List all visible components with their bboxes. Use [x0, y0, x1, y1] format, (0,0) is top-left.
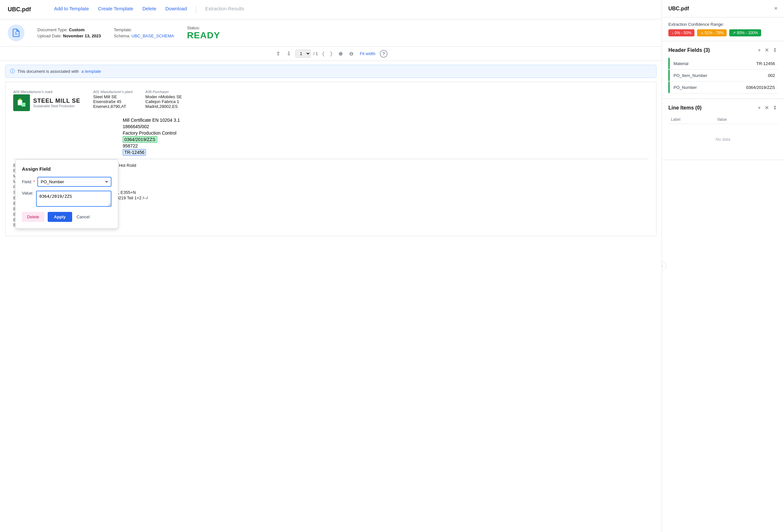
confidence-label: Extraction Confidence Range:	[668, 22, 778, 27]
purchaser-line1: Moder nMobiles SE	[145, 94, 182, 99]
dialog-field-select[interactable]: PO_Number	[37, 177, 111, 187]
po-number-highlight[interactable]: 0364/2019/ZZS	[123, 136, 157, 143]
zoom-in-btn[interactable]: ⊕	[337, 49, 345, 58]
doc-upload-line: Upload Date: November 13, 2023	[37, 33, 101, 38]
doc-template-label: Template:	[114, 27, 174, 32]
zoom-out-btn[interactable]: ⊖	[347, 49, 355, 58]
cert-number: 1866645/002	[123, 124, 648, 129]
purchaser-line3: Madrid,28002,ES	[145, 104, 182, 109]
manufacturer-plant-col: A01 Manufacturer's plant Steel Mill SE E…	[93, 90, 132, 111]
panel-header: UBC.pdf ×	[662, 0, 784, 18]
info-icon: ⓘ	[10, 68, 15, 75]
nav-extraction-results[interactable]: Extraction Results	[205, 6, 244, 13]
collapse-fields-btn[interactable]: ✕	[764, 46, 769, 54]
header-fields-title: Header Fields (3)	[668, 47, 710, 53]
field-value: 0364/2019/ZZS	[728, 82, 778, 93]
confidence-badges: ↓ 0% - 50% ↘ 51% - 79% ↗ 80% - 100%	[668, 29, 778, 36]
header-fields-table: Material TR-12456 PO_Item_Number 002 PO_…	[668, 58, 778, 93]
add-field-btn[interactable]: +	[757, 46, 761, 54]
nav-create-template[interactable]: Create Template	[98, 6, 133, 13]
factory-production: Factory Production Control	[123, 131, 648, 136]
cert-title: Mill Certificate EN 10204 3.1	[123, 117, 648, 123]
value-958722: 958722	[123, 143, 648, 148]
line-items-table: Label Value	[668, 115, 778, 124]
field-value: TR-12456	[728, 58, 778, 69]
line-items-section: Line Items (0) + ✕ ⇕ Label Value No data	[662, 99, 784, 160]
dialog-value-row: Value: 0364/2019/ZZS	[22, 191, 111, 207]
dialog-cancel-btn[interactable]: Cancel	[75, 212, 91, 222]
logo-box	[13, 94, 30, 111]
purchaser-line2: Callejon Fabrica 1	[145, 99, 182, 104]
dialog-value-label: Value:	[22, 191, 33, 195]
doc-icon	[8, 25, 25, 41]
cert-content-area: Mill Certificate EN 10204 3.1 1866645/00…	[123, 117, 648, 155]
doc-info-bar: Document Type: Custom Upload Date: Novem…	[0, 19, 662, 47]
page-total: / 1	[313, 51, 318, 56]
logo-area: STEEL MILL SE Sustainable Steel Producti…	[13, 94, 80, 111]
tr-highlighted: TR-12456	[123, 150, 648, 155]
collapse-line-items-btn[interactable]: ✕	[764, 104, 769, 111]
doc-schema-link[interactable]: UBC_BASE_SCHEMA	[132, 33, 174, 38]
dialog-delete-btn[interactable]: Delete	[22, 212, 45, 222]
dialog-apply-btn[interactable]: Apply	[48, 212, 72, 222]
page-select[interactable]: 1	[296, 50, 311, 58]
field-value: 002	[728, 69, 778, 82]
field-indicator	[668, 82, 670, 93]
svg-rect-4	[22, 103, 25, 107]
po-number-highlighted: 0364/2019/ZZS	[123, 137, 648, 142]
dialog-field-row: Field: * PO_Number	[22, 177, 111, 187]
purchaser-col: A06 Purchaser Moder nMobiles SE Callejon…	[145, 90, 182, 111]
nav-download[interactable]: Download	[165, 6, 187, 13]
col-value: Value	[715, 115, 761, 124]
page-up-btn[interactable]: ⇧	[274, 49, 282, 58]
doc-status: Status: READY	[187, 25, 220, 40]
doc-template: Template: Schema: UBC_BASE_SCHEMA	[114, 27, 174, 38]
fit-width-btn[interactable]: Fit width	[358, 50, 377, 57]
logo-sub: Sustainable Steel Production	[33, 104, 80, 108]
table-header-row: Label Value	[668, 115, 778, 124]
header-fields-header: Header Fields (3) + ✕ ⇕	[668, 46, 778, 54]
header-fields-section: Header Fields (3) + ✕ ⇕ Material TR-1245…	[662, 41, 784, 99]
page-next-btn[interactable]: 〉	[329, 50, 334, 58]
col-label: Label	[668, 115, 715, 124]
toolbar: ⇧ ⇩ 1 / 1 〈 〉 ⊕ ⊖ Fit width ?	[0, 47, 662, 61]
status-value: READY	[187, 30, 220, 40]
tr-highlight[interactable]: TR-12456	[123, 149, 146, 156]
expand-line-items-btn[interactable]: ⇕	[772, 104, 778, 111]
doc-separator	[13, 159, 648, 159]
page-down-btn[interactable]: ⇩	[285, 49, 293, 58]
doc-meta: Document Type: Custom Upload Date: Novem…	[37, 27, 101, 38]
nav-delete[interactable]: Delete	[142, 6, 156, 13]
field-indicator	[668, 69, 670, 81]
template-link[interactable]: a template	[82, 69, 101, 74]
line-items-header: Line Items (0) + ✕ ⇕	[668, 104, 778, 111]
status-label: Status:	[187, 25, 220, 30]
plant-line2: Eisenstraße 45	[93, 99, 132, 104]
doc-content: A04 Manufacturer's mark STEEL MILL SE Su…	[0, 82, 662, 532]
manufacturer-mark-col: A04 Manufacturer's mark STEEL MILL SE Su…	[13, 90, 80, 111]
confidence-badge-high: ↗ 80% - 100%	[729, 29, 761, 36]
doc-type-line: Document Type: Custom	[37, 27, 101, 32]
panel-toggle-btn[interactable]: ‹	[662, 261, 666, 271]
manufacturer-header: A04 Manufacturer's mark STEEL MILL SE Su…	[13, 90, 648, 111]
expand-fields-btn[interactable]: ⇕	[772, 46, 778, 54]
field-name: Material	[671, 58, 728, 69]
nav-add-template[interactable]: Add to Template	[54, 6, 89, 13]
panel-title: UBC.pdf	[668, 6, 689, 11]
notice-text: This document is associated with	[18, 69, 79, 74]
line-items-actions: + ✕ ⇕	[757, 104, 778, 111]
app-title: UBC.pdf	[8, 6, 31, 13]
table-row: Material TR-12456	[668, 58, 778, 69]
right-panel: ‹ UBC.pdf × Extraction Confidence Range:…	[662, 0, 784, 532]
logo-text-area: STEEL MILL SE Sustainable Steel Producti…	[33, 97, 80, 108]
col-actions	[761, 115, 778, 124]
dialog-value-input[interactable]: 0364/2019/ZZS	[36, 191, 111, 207]
help-btn[interactable]: ?	[380, 50, 388, 58]
add-line-item-btn[interactable]: +	[757, 104, 761, 111]
page-prev-btn[interactable]: 〈	[320, 50, 326, 58]
plant-line3: Eisenerz,8790,AT	[93, 104, 132, 109]
dialog-actions: Delete Apply Cancel	[22, 212, 111, 222]
plant-label: A01 Manufacturer's plant	[93, 90, 132, 94]
panel-close-btn[interactable]: ×	[774, 5, 778, 12]
confidence-section: Extraction Confidence Range: ↓ 0% - 50% …	[662, 18, 784, 41]
